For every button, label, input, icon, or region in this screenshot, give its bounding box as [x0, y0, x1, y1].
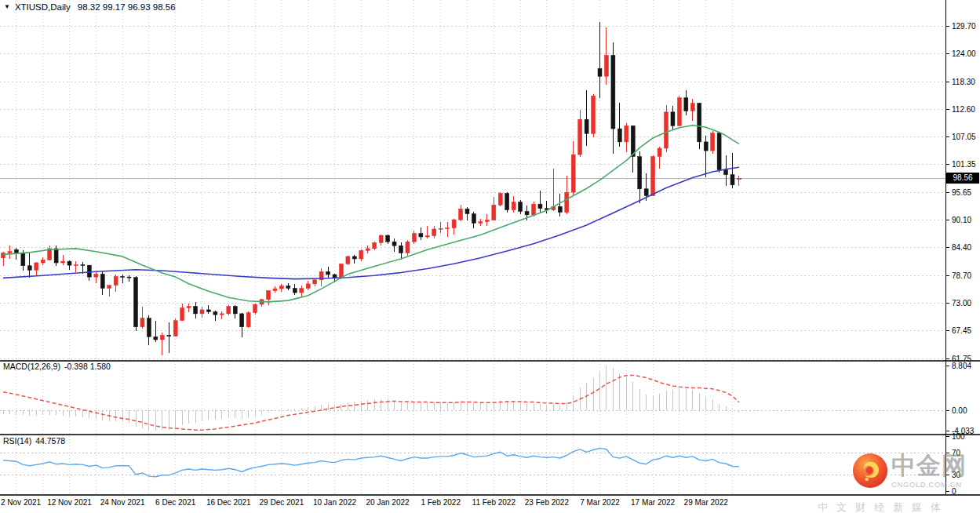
macd-axis-label: 0.00: [952, 406, 967, 415]
candle-bullish: [532, 204, 536, 215]
price-axis-label: 124.00: [952, 49, 976, 58]
candle-bearish: [724, 169, 728, 174]
candle-bullish: [459, 209, 463, 220]
date-axis-label: 7 Mar 2022: [580, 498, 620, 507]
candle-bullish: [665, 112, 669, 148]
candle-bullish: [227, 307, 231, 314]
candle-bearish: [525, 211, 529, 214]
candle-bullish: [485, 220, 489, 222]
date-axis-label: 23 Feb 2022: [525, 498, 570, 507]
candle-bullish: [565, 192, 569, 213]
candle-bullish: [253, 304, 257, 313]
candle-bullish: [200, 310, 204, 314]
candle-bullish: [452, 220, 456, 228]
candle-bullish: [425, 236, 429, 237]
candle-bearish: [14, 249, 18, 253]
macd-values: -0.398 1.580: [64, 362, 111, 371]
price-axis-label: 95.65: [952, 188, 971, 197]
price-axis-label: 84.40: [952, 243, 971, 252]
candle-bullish: [41, 260, 45, 263]
date-axis-label: 2 Nov 2021: [1, 498, 42, 507]
current-price-badge: 98.56: [946, 173, 979, 184]
candle-bearish: [472, 214, 475, 224]
symbol-timeframe-label: XTIUSD,Daily: [15, 2, 71, 12]
rsi-axis-label: 70: [952, 449, 961, 457]
candle-bullish: [94, 274, 98, 277]
candle-bearish: [505, 193, 509, 209]
candle-bullish: [479, 222, 483, 224]
candle-bullish: [246, 313, 250, 327]
price-axis-label: 118.30: [952, 78, 975, 86]
price-axis-label: 107.05: [952, 133, 976, 141]
candle-bullish: [359, 250, 363, 259]
date-axis-label: 29 Dec 2021: [260, 498, 304, 507]
candle-bullish: [373, 242, 377, 248]
rsi-axis-label: 30: [952, 471, 961, 479]
candle-bullish: [220, 314, 224, 315]
candle-bullish: [306, 284, 310, 289]
symbol-dropdown-icon[interactable]: ▼: [4, 3, 10, 10]
candle-bearish: [240, 314, 244, 327]
candle-bearish: [698, 104, 701, 142]
candle-bullish: [267, 291, 271, 300]
candle-bullish: [61, 261, 65, 263]
price-axis-label: 78.70: [952, 271, 971, 280]
candle-bearish: [21, 253, 25, 266]
candle-bullish: [140, 318, 144, 327]
candle-bearish: [27, 266, 31, 271]
candle-bearish: [386, 235, 390, 242]
candle-bearish: [538, 204, 542, 209]
candle-bearish: [638, 157, 642, 189]
price-axis-label: 129.70: [952, 22, 976, 31]
date-axis-label: 20 Jan 2022: [366, 498, 410, 507]
macd-axis-label: 8.804: [952, 362, 971, 370]
candle-bullish: [35, 263, 38, 270]
candle-bearish: [684, 98, 688, 111]
date-axis-label: 17 Mar 2022: [631, 498, 676, 507]
candle-bearish: [519, 202, 523, 212]
macd-indicator-label: MACD(12,26,9): [3, 362, 60, 371]
candle-bearish: [352, 256, 356, 259]
candle-bullish: [711, 133, 715, 151]
candle-bullish: [677, 98, 681, 126]
candle-bullish: [651, 157, 655, 196]
candle-bearish: [233, 307, 237, 314]
candle-bullish: [512, 202, 516, 210]
candle-bullish: [279, 286, 283, 289]
price-axis-label: 73.00: [952, 299, 971, 307]
chart-canvas[interactable]: 129.70124.00118.30112.60107.05101.3595.6…: [0, 0, 980, 513]
candle-bearish: [286, 286, 290, 288]
candle-bearish: [54, 249, 58, 263]
candle-bearish: [154, 337, 158, 340]
candle-bullish: [604, 55, 608, 76]
candle-bullish: [625, 126, 628, 142]
candle-bullish: [432, 229, 436, 236]
date-axis-label: 10 Jan 2022: [313, 498, 356, 507]
candle-bearish: [81, 265, 85, 266]
candle-bullish: [592, 96, 596, 133]
candle-bearish: [293, 288, 297, 293]
candle-bearish: [392, 242, 396, 246]
candle-bullish: [439, 228, 443, 229]
price-axis-label: 112.60: [952, 105, 975, 114]
candle-bearish: [206, 310, 210, 311]
candle-bearish: [644, 189, 648, 196]
candle-bearish: [585, 119, 588, 133]
candle-bearish: [717, 133, 721, 170]
candle-bearish: [419, 234, 423, 237]
candle-bullish: [187, 307, 191, 308]
ohlc-readout: 98.32 99.17 96.93 98.56: [78, 2, 176, 12]
candle-bullish: [313, 280, 317, 284]
price-axis-label: 67.45: [952, 326, 971, 335]
candle-bullish: [578, 119, 582, 155]
candle-bearish: [671, 112, 675, 126]
rsi-legend: RSI(14)44.7578: [3, 436, 65, 446]
candle-bearish: [194, 307, 198, 314]
trading-chart-window: 129.70124.00118.30112.60107.05101.3595.6…: [0, 0, 980, 513]
macd-signal-line: [3, 375, 739, 430]
date-axis-label: 6 Dec 2021: [155, 498, 196, 507]
candle-bullish: [498, 193, 502, 205]
candle-bullish: [180, 307, 184, 320]
candle-bullish: [107, 286, 111, 289]
candle-bullish: [8, 252, 12, 253]
